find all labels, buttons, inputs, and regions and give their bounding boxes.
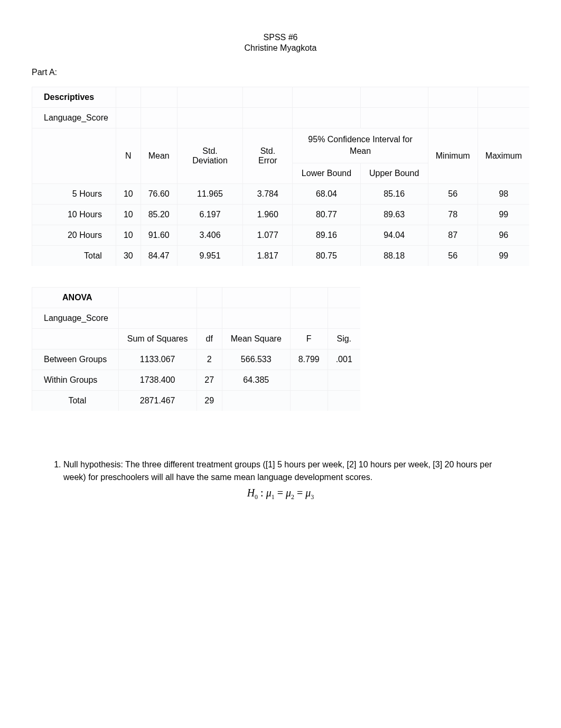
cell: 2871.467	[118, 390, 197, 411]
table-row: 5 Hours 10 76.60 11.965 3.784 68.04 85.1…	[32, 183, 529, 204]
cell: 68.04	[292, 183, 360, 204]
col-lower: Lower Bound	[292, 163, 360, 183]
cell: 78	[428, 204, 478, 225]
cell: 1738.400	[118, 370, 197, 390]
row-label: Total	[32, 390, 118, 411]
part-label: Part A:	[32, 68, 529, 77]
row-label: 5 Hours	[32, 183, 116, 204]
header-title: SPSS #6	[32, 33, 529, 42]
anova-title: ANOVA	[32, 287, 118, 308]
cell	[328, 370, 360, 390]
descriptives-table: Descriptives Language_Score N Mean St	[32, 87, 529, 266]
anova-subtitle: Language_Score	[32, 308, 118, 328]
cell: 6.197	[177, 204, 243, 225]
descriptives-title: Descriptives	[32, 87, 116, 107]
cell: 76.60	[141, 183, 177, 204]
cell: 64.385	[222, 370, 290, 390]
cell: 10	[116, 204, 141, 225]
cell: 9.951	[177, 245, 243, 266]
cell: 30	[116, 245, 141, 266]
cell: 11.965	[177, 183, 243, 204]
descriptives-subtitle: Language_Score	[32, 107, 116, 128]
cell: 87	[428, 225, 478, 245]
descriptives-table-wrap: Descriptives Language_Score N Mean St	[32, 87, 529, 266]
table-row: Between Groups 1133.067 2 566.533 8.799 …	[32, 349, 360, 370]
col-upper: Upper Bound	[360, 163, 428, 183]
cell	[222, 390, 290, 411]
anova-table-wrap: ANOVA Language_Score Sum of Squares df M…	[32, 287, 529, 411]
cell: 56	[428, 183, 478, 204]
notes-section: Null hypothesis: The three different tre…	[32, 458, 529, 501]
col-max: Maximum	[478, 128, 529, 183]
table-row: 20 Hours 10 91.60 3.406 1.077 89.16 94.0…	[32, 225, 529, 245]
cell: 85.16	[360, 183, 428, 204]
row-label: Within Groups	[32, 370, 118, 390]
cell: 3.784	[242, 183, 292, 204]
col-ss: Sum of Squares	[118, 328, 197, 349]
cell: 80.77	[292, 204, 360, 225]
cell: 10	[116, 183, 141, 204]
cell: 91.60	[141, 225, 177, 245]
row-label: Total	[32, 245, 116, 266]
cell: 1.077	[242, 225, 292, 245]
cell: 8.799	[290, 349, 328, 370]
col-n: N	[116, 128, 141, 183]
cell: 1.817	[242, 245, 292, 266]
col-min: Minimum	[428, 128, 478, 183]
cell: 3.406	[177, 225, 243, 245]
table-row: Within Groups 1738.400 27 64.385	[32, 370, 360, 390]
document-header: SPSS #6 Christine Myagkota	[32, 33, 529, 53]
anova-table: ANOVA Language_Score Sum of Squares df M…	[32, 287, 360, 411]
cell: 88.18	[360, 245, 428, 266]
cell: 96	[478, 225, 529, 245]
cell: 84.47	[141, 245, 177, 266]
cell: 29	[197, 390, 222, 411]
row-label: 10 Hours	[32, 204, 116, 225]
col-mean: Mean	[141, 128, 177, 183]
table-row: Total 2871.467 29	[32, 390, 360, 411]
cell	[290, 370, 328, 390]
cell: 94.04	[360, 225, 428, 245]
cell: 80.75	[292, 245, 360, 266]
cell: 89.63	[360, 204, 428, 225]
col-ci-header: 95% Confidence Interval for Mean	[292, 128, 427, 163]
cell: 10	[116, 225, 141, 245]
cell: 56	[428, 245, 478, 266]
col-std-dev: Std. Deviation	[177, 128, 243, 183]
cell	[328, 390, 360, 411]
cell	[290, 390, 328, 411]
col-std-err: Std. Error	[242, 128, 292, 183]
col-ms: Mean Square	[222, 328, 290, 349]
row-label: 20 Hours	[32, 225, 116, 245]
cell: 89.16	[292, 225, 360, 245]
cell: .001	[328, 349, 360, 370]
table-row: Total 30 84.47 9.951 1.817 80.75 88.18 5…	[32, 245, 529, 266]
cell: 1133.067	[118, 349, 197, 370]
cell: 27	[197, 370, 222, 390]
cell: 99	[478, 204, 529, 225]
cell: 99	[478, 245, 529, 266]
cell: 85.20	[141, 204, 177, 225]
col-sig: Sig.	[328, 328, 360, 349]
cell: 2	[197, 349, 222, 370]
null-hypothesis-text: Null hypothesis: The three different tre…	[63, 458, 517, 484]
cell: 1.960	[242, 204, 292, 225]
col-df: df	[197, 328, 222, 349]
cell: 566.533	[222, 349, 290, 370]
header-author: Christine Myagkota	[32, 43, 529, 53]
row-label: Between Groups	[32, 349, 118, 370]
table-row: 10 Hours 10 85.20 6.197 1.960 80.77 89.6…	[32, 204, 529, 225]
cell: 98	[478, 183, 529, 204]
hypothesis-equation: H0 : μ1 = μ2 = μ3	[32, 487, 529, 501]
col-f: F	[290, 328, 328, 349]
